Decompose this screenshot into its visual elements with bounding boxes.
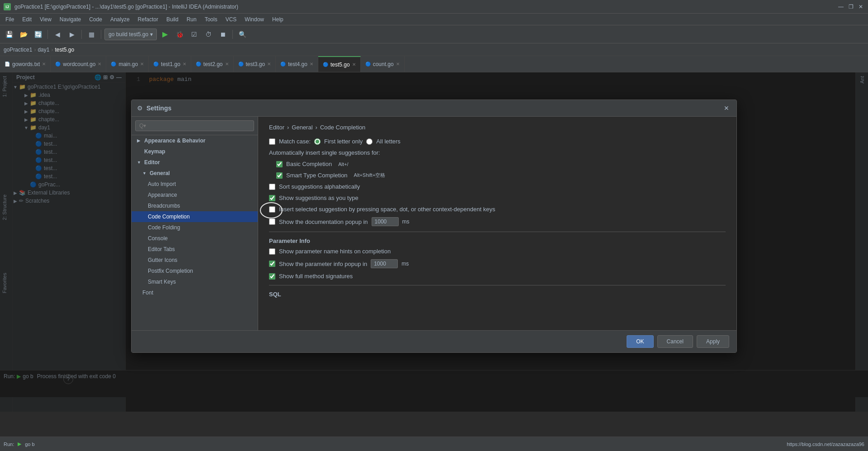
menu-code[interactable]: Code xyxy=(85,15,106,24)
match-case-checkbox[interactable] xyxy=(269,138,275,145)
minimize-button[interactable]: — xyxy=(837,3,844,10)
menu-navigate[interactable]: Navigate xyxy=(56,15,85,24)
stop-button[interactable]: ⏹ xyxy=(217,28,229,41)
basic-completion-checkbox[interactable] xyxy=(276,161,283,167)
back-button[interactable]: ◀ xyxy=(51,28,64,41)
nav-arrow-general: ▼ xyxy=(142,171,148,176)
ok-button[interactable]: OK xyxy=(627,335,653,348)
tab-close-count[interactable]: ✕ xyxy=(396,62,400,66)
param-name-hints-checkbox[interactable] xyxy=(269,248,275,255)
open-button[interactable]: 📂 xyxy=(17,28,30,41)
section-divider-2 xyxy=(269,285,726,285)
show-doc-ms-input[interactable] xyxy=(372,217,399,226)
tab-close-gowords[interactable]: ✕ xyxy=(42,62,46,66)
menu-vcs[interactable]: VCS xyxy=(222,15,241,24)
tab-icon-main: 🔵 xyxy=(111,62,116,66)
search-everywhere-button[interactable]: 🔍 xyxy=(236,28,249,41)
run-config-dropdown[interactable]: go build test5.go ▾ xyxy=(104,28,157,40)
settings-search-input[interactable] xyxy=(135,120,254,131)
view-button[interactable]: ▦ xyxy=(85,28,98,41)
breadcrumb-day1[interactable]: day1 xyxy=(38,47,49,53)
param-popup-ms-input[interactable] xyxy=(371,259,398,268)
debug-button[interactable]: 🐞 xyxy=(173,28,186,41)
tab-close-test3[interactable]: ✕ xyxy=(267,62,271,66)
window-controls[interactable]: — ❐ ✕ xyxy=(837,3,864,10)
menu-build[interactable]: Build xyxy=(163,15,182,24)
menu-help[interactable]: Help xyxy=(269,15,287,24)
nav-appearance[interactable]: Appearance xyxy=(132,190,258,200)
tab-close-test1[interactable]: ✕ xyxy=(183,62,186,66)
nav-postfix-completion[interactable]: Postfix Completion xyxy=(132,266,258,276)
show-doc-label: Show the documentation popup in xyxy=(279,218,368,225)
radio-first-letter[interactable] xyxy=(314,138,321,145)
menu-window[interactable]: Window xyxy=(241,15,268,24)
status-go-build: go b xyxy=(25,442,34,447)
profile-button[interactable]: ⏱ xyxy=(202,28,215,41)
tab-test5[interactable]: 🔵 test5.go ✕ xyxy=(318,56,361,72)
nav-editor-tabs[interactable]: Editor Tabs xyxy=(132,244,258,255)
menu-analyze[interactable]: Analyze xyxy=(107,15,133,24)
menu-refactor[interactable]: Refactor xyxy=(134,15,162,24)
nav-smart-keys[interactable]: Smart Keys xyxy=(132,276,258,287)
show-suggestions-checkbox[interactable] xyxy=(269,195,275,201)
nav-font[interactable]: Font xyxy=(132,287,258,298)
nav-code-folding[interactable]: Code Folding xyxy=(132,222,258,233)
menu-edit[interactable]: Edit xyxy=(19,15,35,24)
dialog-title: Settings xyxy=(146,104,718,112)
apply-button[interactable]: Apply xyxy=(697,335,729,348)
auto-insert-label: Automatically insert single suggestions … xyxy=(269,149,380,156)
nav-console[interactable]: Console xyxy=(132,233,258,244)
tab-count[interactable]: 🔵 count.go ✕ xyxy=(361,56,405,72)
breadcrumb-file[interactable]: test5.go xyxy=(55,47,74,53)
tab-main[interactable]: 🔵 main.go ✕ xyxy=(106,56,149,72)
nav-breadcrumbs[interactable]: Breadcrumbs xyxy=(132,200,258,211)
tab-close-test4[interactable]: ✕ xyxy=(310,62,313,66)
tab-test3[interactable]: 🔵 test3.go ✕ xyxy=(234,56,276,72)
nav-appearance-behavior[interactable]: ▶ Appearance & Behavior xyxy=(132,135,258,146)
smart-completion-row: Smart Type Completion Alt+Shift+空格 xyxy=(269,172,726,179)
basic-completion-shortcut: Alt+/ xyxy=(338,161,348,167)
nav-code-completion[interactable]: Code Completion xyxy=(132,211,258,222)
dialog-close-button[interactable]: ✕ xyxy=(722,104,731,113)
nav-keymap[interactable]: Keymap xyxy=(132,146,258,157)
window-title: goPractice1 [E:\go\goPractice1] - ...\da… xyxy=(14,4,834,10)
tab-close-test2[interactable]: ✕ xyxy=(225,62,229,66)
tab-gowords[interactable]: 📄 gowords.txt ✕ xyxy=(0,56,51,72)
show-doc-checkbox[interactable] xyxy=(269,218,275,225)
insert-selected-checkbox[interactable] xyxy=(269,206,275,213)
forward-button[interactable]: ▶ xyxy=(66,28,78,41)
save-button[interactable]: 💾 xyxy=(3,28,15,41)
tab-close-main[interactable]: ✕ xyxy=(140,62,144,66)
menu-tools[interactable]: Tools xyxy=(201,15,221,24)
nav-auto-import[interactable]: Auto Import xyxy=(132,179,258,190)
sync-button[interactable]: 🔄 xyxy=(32,28,44,41)
breadcrumb-project[interactable]: goPractice1 xyxy=(4,47,32,53)
param-popup-checkbox[interactable] xyxy=(269,261,275,267)
run-button[interactable]: ▶ xyxy=(159,28,171,41)
coverage-button[interactable]: ☑ xyxy=(188,28,200,41)
nav-arrow-appearance: ▶ xyxy=(137,138,142,143)
tab-test2[interactable]: 🔵 test2.go ✕ xyxy=(191,56,234,72)
radio-all-letters[interactable] xyxy=(366,138,373,145)
nav-general[interactable]: ▼ General xyxy=(132,168,258,179)
cancel-button[interactable]: Cancel xyxy=(657,335,693,348)
tab-test1[interactable]: 🔵 test1.go ✕ xyxy=(149,56,191,72)
tab-wordcount[interactable]: 🔵 wordcount.go ✕ xyxy=(51,56,106,72)
nav-editor[interactable]: ▼ Editor xyxy=(132,157,258,168)
full-signatures-checkbox[interactable] xyxy=(269,273,275,280)
sort-alpha-checkbox[interactable] xyxy=(269,184,275,190)
menu-run[interactable]: Run xyxy=(183,15,200,24)
tab-close-wordcount[interactable]: ✕ xyxy=(98,62,101,66)
tab-close-test5[interactable]: ✕ xyxy=(352,62,356,67)
breadcrumb-code-completion: Code Completion xyxy=(320,124,365,131)
menu-file[interactable]: File xyxy=(2,15,18,24)
menu-view[interactable]: View xyxy=(36,15,55,24)
smart-completion-label: Smart Type Completion xyxy=(286,172,348,179)
tab-test4[interactable]: 🔵 test4.go ✕ xyxy=(276,56,318,72)
close-button[interactable]: ✕ xyxy=(857,3,864,10)
toolbar-sep-4 xyxy=(232,30,233,39)
maximize-button[interactable]: ❐ xyxy=(847,3,854,10)
breadcrumb-sep-2: › xyxy=(51,47,53,53)
nav-gutter-icons[interactable]: Gutter Icons xyxy=(132,255,258,266)
smart-completion-checkbox[interactable] xyxy=(276,172,283,179)
